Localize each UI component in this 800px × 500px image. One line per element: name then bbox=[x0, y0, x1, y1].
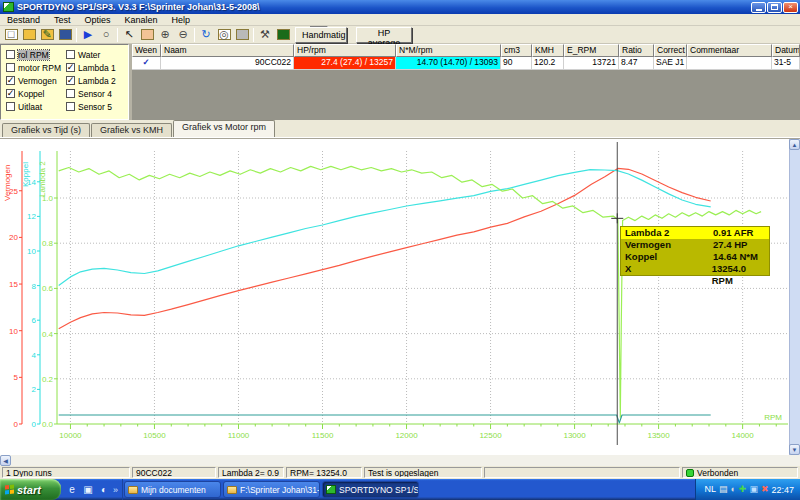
quick-launch-media-icon[interactable]: ◐ bbox=[97, 483, 111, 497]
channel-lambda-2[interactable]: ✓Lambda 2 bbox=[66, 74, 126, 87]
open-folder-icon[interactable] bbox=[20, 26, 38, 43]
quick-launch-ie-icon[interactable]: e bbox=[65, 483, 79, 497]
task-label: Mijn documenten bbox=[141, 485, 206, 495]
menu-item-help[interactable]: Help bbox=[165, 15, 198, 25]
task-button-sportdyno-sp1-sp3[interactable]: SPORTDYNO SP1/SP3.... bbox=[322, 481, 419, 498]
maximize-button[interactable] bbox=[767, 2, 782, 13]
folder-edit-icon[interactable]: ✎ bbox=[38, 26, 56, 43]
tray-language-indicator[interactable]: NL bbox=[704, 485, 716, 494]
column-header-hp-rpm[interactable]: HP/rpm bbox=[294, 44, 396, 57]
column-header-kmh[interactable]: KMH bbox=[532, 44, 564, 57]
menu-item-opties[interactable]: Opties bbox=[78, 15, 118, 25]
quick-launch-overflow[interactable]: » bbox=[113, 485, 118, 495]
task-button-mijn-documenten[interactable]: Mijn documenten bbox=[124, 481, 221, 498]
checkbox-vermogen[interactable]: ✓ bbox=[6, 76, 15, 85]
tab-grafiek-vs-tijd-s[interactable]: Grafiek vs Tijd (s) bbox=[2, 123, 90, 137]
checkbox-motor-rpm[interactable] bbox=[6, 63, 15, 72]
print-icon[interactable] bbox=[233, 26, 251, 43]
channel-water[interactable]: Water bbox=[66, 48, 126, 61]
column-header-ratio[interactable]: Ratio bbox=[619, 44, 654, 57]
checkbox-koppel[interactable]: ✓ bbox=[6, 89, 15, 98]
channel-label: Lambda 2 bbox=[78, 76, 116, 86]
column-header-naam[interactable]: Naam bbox=[161, 44, 294, 57]
chart-plot[interactable]: 0510152025Vermogen02468101214Koppel0.00.… bbox=[0, 139, 800, 455]
task-button-f-sprinter-johan-31[interactable]: F:\Sprinter Johan\31-... bbox=[223, 481, 320, 498]
pan-hand-icon bbox=[141, 29, 154, 40]
channel-rol-rpm[interactable]: rol RPM bbox=[6, 48, 66, 61]
handmatig-button[interactable]: Handmatig bbox=[295, 27, 347, 43]
system-tray: NL▤◐✚▣✖22:47 bbox=[695, 479, 800, 500]
channel-sensor-4[interactable]: Sensor 4 bbox=[66, 87, 126, 100]
pan-hand-icon[interactable] bbox=[138, 26, 156, 43]
graph-display-icon[interactable] bbox=[274, 26, 292, 43]
close-button[interactable]: × bbox=[783, 2, 798, 13]
y-tick-label: 10 bbox=[27, 247, 36, 256]
save-icon[interactable] bbox=[56, 26, 74, 43]
table-header-row: WeenNaamHP/rpmN*M/rpmcm3KMHE_RPMRatioCor… bbox=[132, 44, 800, 57]
cell-n-m-rpm: 14.70 (14.70) / 13093 bbox=[396, 57, 501, 70]
column-header-e-rpm[interactable]: E_RPM bbox=[564, 44, 619, 57]
checkbox-lambda-2[interactable]: ✓ bbox=[66, 76, 75, 85]
timer-clock-icon[interactable]: ○ bbox=[97, 26, 115, 43]
scroll-down-icon[interactable]: ▼ bbox=[789, 444, 800, 455]
tray-clock: 22:47 bbox=[771, 485, 794, 495]
channel-sensor-5[interactable]: Sensor 5 bbox=[66, 100, 126, 113]
tray-display-icon[interactable]: ▣ bbox=[749, 485, 758, 494]
y-tick-label: 0.2 bbox=[42, 375, 54, 384]
start-run-icon[interactable]: ▶ bbox=[79, 26, 97, 43]
channel-label: Vermogen bbox=[18, 76, 57, 86]
column-header-ween[interactable]: Ween bbox=[132, 44, 161, 57]
column-header-commentaar[interactable]: Commentaar bbox=[687, 44, 772, 57]
column-header-correct[interactable]: Correct bbox=[654, 44, 687, 57]
refresh-icon[interactable]: ↻ bbox=[197, 26, 215, 43]
x-axis-title: RPM bbox=[764, 413, 782, 422]
connection-icon bbox=[686, 469, 694, 477]
zoom-in-icon[interactable]: ⊕ bbox=[156, 26, 174, 43]
tray-scheduler-icon[interactable]: ◐ bbox=[730, 485, 735, 494]
column-header-cm3[interactable]: cm3 bbox=[501, 44, 532, 57]
cursor-tooltip: Lambda 20.91 AFRVermogen27.4 HPKoppel14.… bbox=[620, 226, 770, 276]
hp-average-button[interactable]: HP average bbox=[356, 27, 412, 43]
channel-uitlaat[interactable]: Uitlaat bbox=[6, 100, 66, 113]
checkbox-water[interactable] bbox=[66, 50, 75, 59]
channel-koppel[interactable]: ✓Koppel bbox=[6, 87, 66, 100]
print-icon bbox=[236, 29, 249, 40]
minimize-button[interactable] bbox=[751, 2, 766, 13]
zoom-out-icon[interactable]: ⊖ bbox=[174, 26, 192, 43]
print-preview-icon[interactable]: ◎ bbox=[215, 26, 233, 43]
status-panel-lambda-2-0-9: Lambda 2= 0.9 bbox=[218, 467, 284, 478]
pointer-icon[interactable]: ↖ bbox=[120, 26, 138, 43]
checkbox-lambda-1[interactable]: ✓ bbox=[66, 63, 75, 72]
menu-item-test[interactable]: Test bbox=[47, 15, 78, 25]
tab-grafiek-vs-motor-rpm[interactable]: Grafiek vs Motor rpm bbox=[173, 120, 275, 137]
checkbox-sensor-4[interactable] bbox=[66, 89, 75, 98]
checkbox-sensor-5[interactable] bbox=[66, 102, 75, 111]
menu-item-bestand[interactable]: Bestand bbox=[0, 15, 47, 25]
new-file-icon[interactable]: □ bbox=[2, 26, 20, 43]
tooltip-row-x: X13254.0 RPM bbox=[621, 263, 769, 275]
channel-motor-rpm[interactable]: motor RPM bbox=[6, 61, 66, 74]
quick-launch-desktop-icon[interactable]: ▣ bbox=[81, 483, 95, 497]
tooltip-label: Vermogen bbox=[625, 239, 713, 251]
start-button[interactable]: start bbox=[0, 479, 61, 500]
scroll-up-icon[interactable]: ▲ bbox=[789, 139, 800, 150]
table-row[interactable]: ✓90CC02227.4 (27.4) / 1325714.70 (14.70)… bbox=[132, 57, 800, 70]
status-panel-rpm-13254-0: RPM= 13254.0 bbox=[286, 467, 362, 478]
tools-icon: ⚒ bbox=[259, 29, 271, 40]
refresh-icon: ↻ bbox=[200, 29, 212, 40]
tools-icon[interactable]: ⚒ bbox=[256, 26, 274, 43]
tab-grafiek-vs-kmh[interactable]: Grafiek vs KMH bbox=[91, 123, 172, 137]
column-header-datum[interactable]: Datum bbox=[772, 44, 800, 57]
channel-lambda-1[interactable]: ✓Lambda 1 bbox=[66, 61, 126, 74]
menu-item-kanalen[interactable]: Kanalen bbox=[118, 15, 165, 25]
y-tick-label: 0 bbox=[32, 420, 37, 429]
tray-printer-icon[interactable]: ▤ bbox=[719, 485, 728, 494]
chart-vertical-scrollbar[interactable]: ▲ ▼ bbox=[789, 139, 800, 455]
checkbox-rol-rpm[interactable] bbox=[6, 50, 15, 59]
tray-safety-icon[interactable]: ✚ bbox=[739, 485, 747, 494]
tray-dongle-icon[interactable]: ✖ bbox=[761, 485, 769, 494]
scroll-left-icon[interactable]: ◀ bbox=[0, 455, 11, 466]
checkbox-uitlaat[interactable] bbox=[6, 102, 15, 111]
channel-vermogen[interactable]: ✓Vermogen bbox=[6, 74, 66, 87]
column-header-n-m-rpm[interactable]: N*M/rpm bbox=[396, 44, 501, 57]
